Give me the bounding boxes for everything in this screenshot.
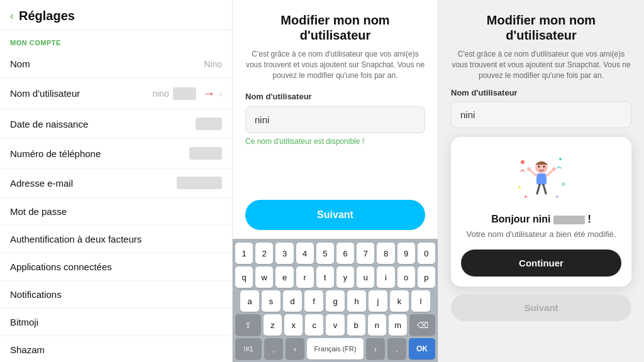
spacebar[interactable]: Français (FR) [307, 338, 364, 359]
key-v[interactable]: v [326, 314, 344, 336]
key-q[interactable]: q [235, 266, 253, 288]
key-i[interactable]: i [377, 266, 394, 288]
page-title: Réglages [19, 9, 75, 23]
menu-item-username[interactable]: Nom d'utilisateur nino •••••• → › [0, 78, 232, 109]
key-g[interactable]: g [326, 290, 345, 312]
menu-item-nom[interactable]: Nom Nino [0, 50, 232, 78]
right-suivant-button: Suivant [451, 294, 631, 321]
settings-panel: ‹ Réglages MON COMPTE Nom Nino Nom d'uti… [0, 0, 233, 362]
svg-point-12 [527, 167, 531, 171]
key-lang-left[interactable]: ‹ [286, 338, 304, 359]
username-edit-panel: Modifier mon nom d'utilisateur C'est grâ… [233, 0, 438, 362]
key-6[interactable]: 6 [336, 243, 354, 264]
svg-line-11 [547, 170, 553, 176]
key-special[interactable]: !#1 [235, 338, 262, 359]
key-4[interactable]: 4 [296, 243, 314, 264]
username-field-label: Nom d'utilisateur [245, 92, 425, 101]
continuer-button[interactable]: Continuer [461, 250, 621, 277]
key-comma[interactable]: , [264, 338, 283, 359]
key-l[interactable]: l [411, 290, 430, 312]
key-o[interactable]: o [397, 266, 415, 288]
username-input[interactable] [245, 106, 425, 133]
success-modal: Bonjour nini ! Votre nom d'utilisateur a… [451, 137, 631, 286]
key-9[interactable]: 9 [397, 243, 415, 264]
menu-value-email: ••••••••••••• [177, 177, 222, 189]
key-r[interactable]: r [296, 266, 314, 288]
key-d[interactable]: d [283, 290, 302, 312]
menu-value-username: nino •••••• → › [152, 86, 222, 101]
keyboard-row-4: ⇧ z x c v b n m ⌫ [235, 314, 435, 336]
key-y[interactable]: y [336, 266, 354, 288]
menu-item-phone[interactable]: Numéro de téléphone ••••••••• [0, 139, 232, 168]
success-title: Bonjour nini ! [491, 214, 591, 225]
svg-line-14 [537, 185, 540, 194]
key-t[interactable]: t [316, 266, 334, 288]
success-subtitle: Votre nom d'utilisateur a bien été modif… [466, 229, 616, 240]
phone-blurred: ••••••••• [189, 147, 222, 160]
svg-point-0 [521, 160, 525, 164]
key-backspace[interactable]: ⌫ [409, 314, 435, 336]
key-8[interactable]: 8 [377, 243, 394, 264]
key-w[interactable]: w [255, 266, 273, 288]
key-a[interactable]: a [240, 290, 259, 312]
key-e[interactable]: e [275, 266, 293, 288]
key-x[interactable]: x [284, 314, 303, 336]
menu-item-password[interactable]: Mot de passe [0, 198, 232, 226]
key-p[interactable]: p [418, 266, 435, 288]
menu-label-username: Nom d'utilisateur [10, 88, 80, 99]
right-username-input[interactable] [451, 101, 631, 128]
key-c[interactable]: c [305, 314, 323, 336]
key-u[interactable]: u [357, 266, 374, 288]
menu-item-birthdate[interactable]: Date de naissance ••••••• [0, 109, 232, 139]
key-0[interactable]: 0 [418, 243, 435, 264]
menu-value-nom: Nino [204, 59, 222, 69]
svg-point-2 [518, 186, 521, 189]
key-m[interactable]: m [389, 314, 407, 336]
keyboard-row-1: 1 2 3 4 5 6 7 8 9 0 [235, 243, 435, 264]
menu-item-shazam[interactable]: Shazam [0, 336, 232, 362]
suivant-button[interactable]: Suivant [245, 200, 425, 230]
menu-label-password: Mot de passe [10, 206, 67, 217]
middle-title: Modifier mon nom d'utilisateur [245, 13, 425, 43]
menu-item-notifications[interactable]: Notifications [0, 281, 232, 309]
key-5[interactable]: 5 [316, 243, 334, 264]
right-title: Modifier mon nom d'utilisateur [451, 13, 631, 43]
menu-value-phone: ••••••••• [189, 147, 222, 160]
key-z[interactable]: z [264, 314, 282, 336]
key-s[interactable]: s [262, 290, 280, 312]
key-j[interactable]: j [369, 290, 387, 312]
key-2[interactable]: 2 [255, 243, 273, 264]
svg-line-15 [543, 185, 546, 194]
middle-desc: C'est grâce à ce nom d'utilisateur que v… [245, 49, 425, 80]
key-n[interactable]: n [368, 314, 386, 336]
key-b[interactable]: b [347, 314, 365, 336]
key-f[interactable]: f [304, 290, 323, 312]
key-period[interactable]: . [387, 338, 406, 359]
keyboard: 1 2 3 4 5 6 7 8 9 0 q w e r t y u i o p … [233, 239, 438, 362]
key-7[interactable]: 7 [357, 243, 374, 264]
key-3[interactable]: 3 [275, 243, 293, 264]
svg-point-7 [538, 166, 540, 168]
menu-item-2fa[interactable]: Authentification à deux facteurs [0, 226, 232, 253]
username-blurred: •••••• [173, 87, 196, 100]
key-lang-right[interactable]: › [366, 338, 385, 359]
key-ok[interactable]: OK [409, 338, 435, 359]
key-shift[interactable]: ⇧ [235, 314, 261, 336]
menu-item-email[interactable]: Adresse e-mail ••••••••••••• [0, 168, 232, 198]
svg-rect-9 [536, 173, 547, 185]
menu-item-connected-apps[interactable]: Applications connectées [0, 253, 232, 281]
bitmoji-area [513, 150, 570, 206]
email-blurred: ••••••••••••• [177, 177, 222, 189]
svg-point-1 [559, 158, 562, 160]
key-k[interactable]: k [390, 290, 409, 312]
menu-label-notifications: Notifications [10, 289, 62, 300]
menu-item-bitmoji[interactable]: Bitmoji [0, 309, 232, 336]
svg-line-10 [530, 170, 536, 176]
keyboard-row-3: a s d f g h j k l [235, 290, 435, 312]
key-1[interactable]: 1 [235, 243, 253, 264]
right-desc: C'est grâce à ce nom d'utilisateur que v… [451, 49, 631, 80]
menu-label-bitmoji: Bitmoji [10, 317, 38, 327]
back-icon[interactable]: ‹ [10, 9, 14, 23]
key-h[interactable]: h [347, 290, 366, 312]
bitmoji-svg [513, 150, 570, 206]
